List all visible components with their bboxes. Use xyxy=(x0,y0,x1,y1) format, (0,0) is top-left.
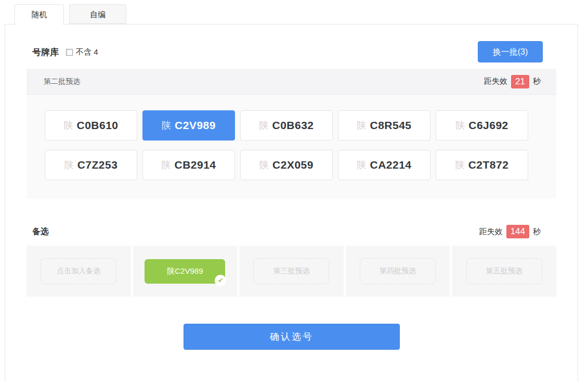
exclude-4-label: 不含 4 xyxy=(76,47,98,57)
plate-row: 陕C7Z253陕CB2914陕C2X059陕CA2214陕C2T872 xyxy=(45,150,528,180)
batch-expiry: 距失效 21 秒 xyxy=(484,75,541,88)
expiry-countdown-badge: 21 xyxy=(511,75,529,88)
expiry-prefix: 距失效 xyxy=(484,77,507,86)
backup-slot-empty[interactable]: 第四批预选 xyxy=(360,258,436,284)
backup-header: 备选 距失效 144 秒 xyxy=(27,223,556,240)
tab-random[interactable]: 随机 xyxy=(15,4,64,25)
plate-option[interactable]: 陕C0B632 xyxy=(240,110,333,141)
batch-header: 第二批预选 距失效 21 秒 xyxy=(27,69,556,95)
plate-number: C2X059 xyxy=(272,159,313,171)
backup-slot-cell: 点击加入备选 xyxy=(27,246,131,297)
plate-province: 陕 xyxy=(455,119,465,132)
backup-slot-empty[interactable]: 点击加入备选 xyxy=(41,258,116,284)
expiry-prefix: 距失效 xyxy=(479,227,503,237)
expiry-suffix: 秒 xyxy=(533,77,541,86)
backup-slots: 点击加入备选陕C2V989✔第三批预选第四批预选第五批预选 xyxy=(27,246,556,297)
plate-grid: 陕C0B610陕C2V989陕C0B632陕C8R545陕C6J692 陕C7Z… xyxy=(27,95,556,199)
backup-slot-filled[interactable]: 陕C2V989✔ xyxy=(145,259,225,284)
plate-province: 陕 xyxy=(162,119,171,132)
plate-number: C6J692 xyxy=(468,119,508,132)
backup-expiry: 距失效 144 秒 xyxy=(479,225,541,238)
exclude-4-checkbox[interactable] xyxy=(66,49,73,56)
plate-number: C2T872 xyxy=(468,159,509,171)
plate-province: 陕 xyxy=(357,159,366,171)
plate-province: 陕 xyxy=(259,159,269,171)
plate-option[interactable]: 陕C2V989 xyxy=(142,110,235,141)
refresh-batch-button[interactable]: 换一批(3) xyxy=(478,41,543,62)
plate-option[interactable]: 陕C8R545 xyxy=(338,110,430,141)
backup-slot-empty[interactable]: 第三批预选 xyxy=(253,258,329,284)
batch-title: 第二批预选 xyxy=(44,77,80,86)
plate-number: C0B610 xyxy=(76,119,118,132)
plate-province: 陕 xyxy=(455,159,465,171)
plate-option[interactable]: 陕CB2914 xyxy=(142,150,235,180)
backup-slot-empty[interactable]: 第五批预选 xyxy=(466,258,542,284)
plate-option[interactable]: 陕C6J692 xyxy=(436,110,528,141)
plate-province: 陕 xyxy=(259,119,268,132)
tab-custom[interactable]: 自编 xyxy=(69,4,126,24)
plate-number: C2V989 xyxy=(175,119,216,132)
exclude-4-filter[interactable]: 不含 4 xyxy=(66,47,98,57)
check-icon: ✔ xyxy=(215,275,226,286)
backup-title: 备选 xyxy=(32,226,49,237)
plate-province: 陕 xyxy=(63,119,73,132)
plate-province: 陕 xyxy=(64,159,74,171)
backup-slot-cell: 第三批预选 xyxy=(239,246,344,297)
plate-number: CA2214 xyxy=(370,159,411,171)
backup-slot-cell: 第五批预选 xyxy=(452,246,556,297)
plate-option[interactable]: 陕CA2214 xyxy=(338,150,430,180)
plate-province: 陕 xyxy=(357,119,366,132)
plate-number: C8R545 xyxy=(370,119,411,132)
expiry-suffix: 秒 xyxy=(533,227,541,237)
confirm-selection-button[interactable]: 确认选号 xyxy=(184,324,400,350)
plate-option[interactable]: 陕C2T872 xyxy=(436,150,528,180)
pool-title: 号牌库 xyxy=(32,46,59,58)
plate-province: 陕 xyxy=(161,159,171,171)
plate-option[interactable]: 陕C7Z253 xyxy=(45,150,137,180)
plate-number: C7Z253 xyxy=(77,159,118,171)
backup-slot-cell: 陕C2V989✔ xyxy=(133,246,238,297)
expiry-countdown-badge: 144 xyxy=(506,225,529,238)
plate-row: 陕C0B610陕C2V989陕C0B632陕C8R545陕C6J692 xyxy=(45,110,528,141)
plate-option[interactable]: 陕C2X059 xyxy=(240,150,333,180)
plate-option[interactable]: 陕C0B610 xyxy=(45,110,137,141)
backup-slot-cell: 第四批预选 xyxy=(346,246,450,297)
plate-number: C0B632 xyxy=(272,119,313,132)
plate-number: CB2914 xyxy=(174,159,216,171)
